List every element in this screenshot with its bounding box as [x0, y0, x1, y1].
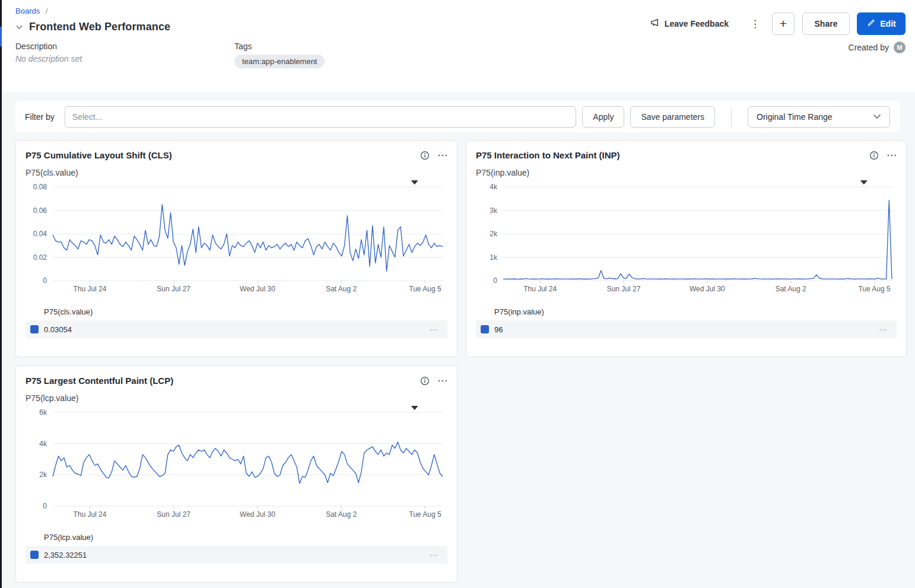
avatar[interactable]: M	[894, 42, 906, 53]
series-swatch	[30, 325, 39, 333]
legend-row[interactable]: 0.03054 ⋯	[26, 320, 447, 338]
legend-header: P75(inp.value)	[494, 307, 897, 316]
filter-select-input[interactable]: Select...	[65, 106, 577, 128]
time-range-value: Original Time Range	[757, 112, 833, 122]
info-icon[interactable]	[420, 376, 430, 386]
series-swatch	[481, 325, 489, 333]
widget-title: P75 Cumulative Layout Shift (CLS)	[26, 150, 420, 160]
lcp-line-chart[interactable]: 02k4k6kThu Jul 24Sun Jul 27Wed Jul 30Sat…	[26, 404, 447, 526]
info-icon[interactable]	[420, 151, 430, 160]
svg-text:Wed Jul 30: Wed Jul 30	[240, 285, 275, 293]
apply-button[interactable]: Apply	[582, 106, 624, 128]
widget-title: P75 Largest Contentful Paint (LCP)	[26, 376, 420, 386]
svg-text:6k: 6k	[39, 408, 47, 417]
filter-by-label: Filter by	[25, 112, 55, 122]
more-options-icon[interactable]: ⋯	[887, 150, 897, 160]
widget-lcp: P75 Largest Contentful Paint (LCP) ⋯ P75…	[15, 365, 458, 583]
more-options-icon[interactable]: ⋯	[437, 376, 447, 386]
svg-text:Sat Aug 2: Sat Aug 2	[326, 510, 357, 519]
svg-text:Sat Aug 2: Sat Aug 2	[326, 285, 357, 293]
plus-icon: +	[780, 17, 787, 31]
svg-text:Thu Jul 24: Thu Jul 24	[73, 510, 106, 519]
widget-query-label: P75(inp.value)	[476, 168, 897, 177]
svg-text:0: 0	[43, 276, 47, 285]
widget-query-label: P75(cls.value)	[26, 168, 447, 177]
cls-line-chart[interactable]: 00.020.040.060.08Thu Jul 24Sun Jul 27Wed…	[26, 179, 447, 300]
description-label: Description	[15, 42, 234, 51]
tag-chip[interactable]: team:app-enablement	[234, 55, 325, 68]
megaphone-icon	[650, 18, 660, 30]
inp-line-chart[interactable]: 01k2k3k4kThu Jul 24Sun Jul 27Wed Jul 30S…	[476, 179, 897, 300]
svg-text:Thu Jul 24: Thu Jul 24	[73, 285, 106, 293]
svg-text:0.06: 0.06	[33, 206, 47, 215]
svg-text:Sun Jul 27: Sun Jul 27	[157, 510, 190, 519]
legend-row[interactable]: 2,352.32251 ⋯	[26, 546, 447, 564]
pencil-icon	[866, 18, 875, 29]
legend-header: P75(cls.value)	[44, 307, 447, 316]
series-value: 2,352.32251	[44, 551, 430, 560]
svg-text:Tue Aug 5: Tue Aug 5	[409, 285, 441, 293]
legend-header: P75(lcp.value)	[44, 533, 447, 542]
svg-text:1k: 1k	[490, 253, 498, 262]
created-by-label: Created by	[849, 43, 889, 52]
widget-grid: P75 Cumulative Layout Shift (CLS) ⋯ P75(…	[15, 140, 907, 583]
svg-text:Tue Aug 5: Tue Aug 5	[409, 510, 441, 519]
leave-feedback-label: Leave Feedback	[665, 19, 729, 28]
widget-query-label: P75(lcp.value)	[26, 393, 447, 403]
time-range-dropdown[interactable]: Original Time Range	[748, 106, 890, 128]
widget-cls: P75 Cumulative Layout Shift (CLS) ⋯ P75(…	[15, 140, 458, 357]
tags-label: Tags	[234, 42, 325, 51]
svg-text:Sat Aug 2: Sat Aug 2	[776, 285, 806, 293]
description-value: No description set	[15, 54, 234, 63]
info-icon[interactable]	[869, 151, 879, 160]
divider	[731, 107, 732, 127]
svg-text:Sun Jul 27: Sun Jul 27	[157, 285, 190, 293]
dashboard-body: Filter by Select... Apply Save parameter…	[0, 92, 915, 588]
kebab-menu-icon[interactable]: ⋮	[742, 14, 768, 34]
svg-text:Thu Jul 24: Thu Jul 24	[523, 285, 557, 293]
edit-button[interactable]: Edit	[857, 12, 906, 35]
svg-text:Wed Jul 30: Wed Jul 30	[240, 510, 275, 519]
window-edge	[0, 0, 2, 588]
leave-feedback-button[interactable]: Leave Feedback	[650, 18, 729, 30]
svg-text:Tue Aug 5: Tue Aug 5	[858, 285, 891, 293]
board-header: Boards / Frontend Web Performance Descri…	[0, 0, 915, 92]
svg-text:0: 0	[43, 502, 47, 510]
share-button[interactable]: Share	[802, 12, 850, 35]
legend-row[interactable]: 96 ⋯	[476, 320, 897, 338]
page-title: Frontend Web Performance	[29, 21, 170, 33]
widget-title: P75 Interaction to Next Paint (INP)	[476, 150, 869, 160]
more-options-icon[interactable]: ⋯	[437, 150, 447, 160]
svg-text:Sun Jul 27: Sun Jul 27	[607, 285, 641, 293]
series-value: 0.03054	[44, 325, 430, 334]
add-widget-button[interactable]: +	[772, 12, 795, 35]
series-value: 96	[494, 325, 879, 334]
breadcrumb-boards-link[interactable]: Boards	[15, 7, 40, 15]
edit-label: Edit	[880, 19, 895, 28]
filter-bar: Filter by Select... Apply Save parameter…	[15, 101, 900, 132]
svg-text:0.04: 0.04	[33, 230, 47, 238]
svg-text:0.02: 0.02	[33, 253, 47, 262]
legend-more-icon[interactable]: ⋯	[430, 325, 438, 334]
breadcrumb-separator: /	[46, 7, 48, 15]
svg-text:2k: 2k	[39, 471, 47, 479]
svg-text:4k: 4k	[39, 440, 47, 448]
svg-text:0.08: 0.08	[33, 183, 47, 191]
svg-text:4k: 4k	[490, 183, 498, 191]
series-swatch	[30, 551, 39, 559]
svg-text:3k: 3k	[490, 206, 498, 215]
save-parameters-button[interactable]: Save parameters	[630, 106, 715, 128]
svg-text:Wed Jul 30: Wed Jul 30	[690, 285, 725, 293]
nav-accent-bar	[0, 27, 2, 46]
svg-text:0: 0	[493, 276, 497, 285]
legend-more-icon[interactable]: ⋯	[879, 325, 887, 334]
widget-inp: P75 Interaction to Next Paint (INP) ⋯ P7…	[466, 140, 907, 357]
legend-more-icon[interactable]: ⋯	[430, 550, 438, 560]
chevron-down-icon	[873, 114, 881, 119]
chevron-down-icon[interactable]	[15, 23, 23, 31]
svg-text:2k: 2k	[490, 230, 498, 238]
